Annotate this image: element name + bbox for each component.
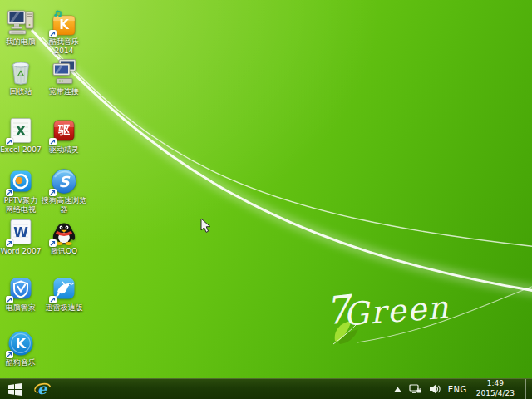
pptv-icon	[7, 167, 35, 195]
shortcut-arrow-icon	[6, 351, 13, 358]
chevron-up-icon	[394, 387, 401, 392]
shortcut-arrow-icon	[6, 239, 13, 247]
clock-date: 2015/4/23	[476, 389, 515, 399]
shortcut-arrow-icon	[49, 296, 57, 303]
network-icon	[409, 384, 421, 395]
desktop-icon-label: Excel 2007	[0, 145, 42, 155]
desktop-icon-recycle-bin[interactable]: 回收站	[0, 58, 42, 96]
desktop-icon-pc-manager[interactable]: 电脑管家	[0, 274, 42, 313]
excel-icon: X	[7, 116, 35, 145]
clock-time: 1:49	[476, 379, 515, 389]
desktop-icon-label: 驱动精灵	[41, 145, 87, 155]
network-tray-button[interactable]	[409, 379, 421, 399]
desktop-icon-word-2007[interactable]: W Word 2007	[0, 218, 42, 256]
desktop-icon-broadband-connection[interactable]: 宽带连接	[41, 58, 87, 96]
qq-penguin-icon	[50, 218, 78, 246]
clock[interactable]: 1:49 2015/4/23	[475, 379, 516, 398]
desktop-icon-my-computer[interactable]: 我的电脑	[0, 8, 42, 47]
desktop-icon-excel-2007[interactable]: X Excel 2007	[0, 116, 42, 155]
word-icon: W	[7, 218, 35, 246]
shortcut-arrow-icon	[6, 296, 13, 303]
desktop-icon-tencent-qq[interactable]: 腾讯QQ	[41, 218, 87, 256]
desktop-icon-thunder-speed[interactable]: 迅雷极速版	[41, 274, 87, 313]
system-tray: ENG 1:49 2015/4/23	[394, 379, 532, 399]
show-hidden-icons-button[interactable]	[394, 379, 401, 399]
windows-logo-icon	[8, 383, 22, 396]
desktop-icon-label: 电脑管家	[0, 303, 42, 313]
desktop-icon-label: 酷狗音乐	[0, 358, 42, 367]
desktop-icon-label: 搜狗高速浏览器	[41, 196, 87, 214]
desktop-icon-label: 迅雷极速版	[41, 303, 87, 313]
desktop-icon-label: 我的电脑	[0, 37, 42, 47]
my-computer-icon	[7, 8, 35, 37]
desktop-icon-driver-genie[interactable]: 驱 驱动精灵	[41, 116, 87, 155]
kugou-music-icon: K	[7, 329, 35, 357]
desktop-icon-label: Word 2007	[0, 247, 42, 256]
desktop-screen: 7 Green 我的电脑	[0, 0, 532, 399]
desktop-icon-kugou-music[interactable]: K 酷狗音乐	[0, 329, 42, 367]
shortcut-arrow-icon	[49, 30, 57, 37]
internet-explorer-icon: e	[33, 381, 52, 397]
start-button[interactable]	[0, 379, 30, 399]
kuwo-music-icon: K	[50, 8, 78, 37]
show-desktop-button[interactable]	[525, 379, 530, 399]
shortcut-arrow-icon	[6, 189, 13, 196]
desktop-icon-label: 腾讯QQ	[41, 247, 87, 256]
desktop-icon-sogou-browser[interactable]: S 搜狗高速浏览器	[41, 167, 87, 214]
shortcut-arrow-icon	[49, 189, 57, 196]
desktop-icon-kuwo-music[interactable]: K 酷我音乐 2014	[41, 8, 87, 56]
driver-genie-icon: 驱	[50, 116, 78, 145]
shortcut-arrow-icon	[6, 138, 13, 145]
volume-tray-button[interactable]	[429, 379, 441, 399]
desktop-icon-label: 宽带连接	[41, 87, 87, 96]
taskbar: e	[0, 378, 532, 399]
pc-manager-shield-icon	[7, 274, 35, 303]
desktop-icon-label: PPTV聚力 网络电视	[0, 196, 42, 214]
internet-explorer-button[interactable]: e	[30, 379, 55, 399]
desktop-icon-pptv[interactable]: PPTV聚力 网络电视	[0, 167, 42, 214]
desktop-icon-label: 回收站	[0, 87, 42, 96]
shortcut-arrow-icon	[49, 138, 57, 145]
sogou-browser-icon: S	[50, 167, 78, 195]
thunder-bird-icon	[50, 274, 78, 303]
broadband-connection-icon	[50, 58, 78, 86]
shortcut-arrow-icon	[49, 239, 57, 247]
recycle-bin-icon	[7, 58, 35, 86]
language-indicator[interactable]: ENG	[448, 379, 467, 399]
desktop-icon-label: 酷我音乐 2014	[41, 37, 87, 56]
speaker-icon	[429, 384, 441, 394]
